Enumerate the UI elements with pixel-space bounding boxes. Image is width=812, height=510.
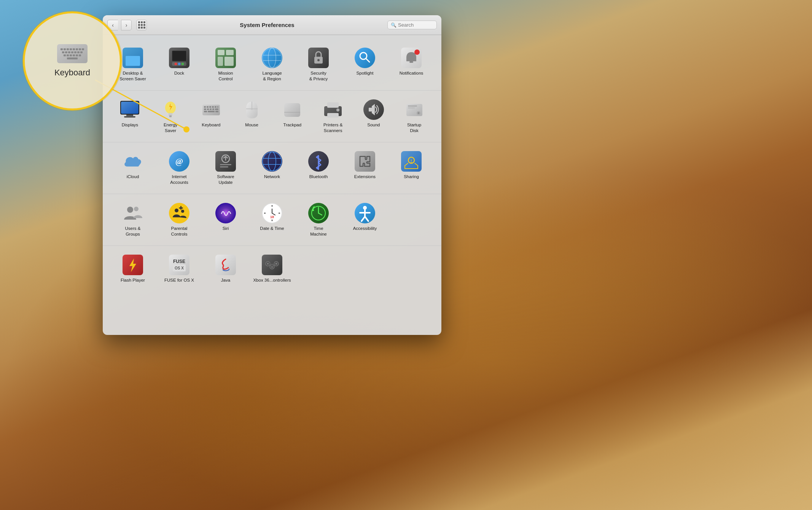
desktop-screensaver-label: Desktop &Screen Saver — [119, 70, 146, 82]
pref-xbox-controllers[interactable]: Xbox 36...ontrollers — [250, 250, 295, 287]
internet-accounts-icon: @ — [169, 151, 189, 172]
svg-rect-30 — [126, 115, 133, 116]
pref-users-groups[interactable]: Users &Groups — [110, 199, 155, 241]
svg-rect-47 — [204, 111, 207, 112]
svg-text:!: ! — [411, 159, 412, 163]
parental-controls-label: ParentalControls — [171, 226, 188, 237]
svg-rect-55 — [327, 102, 339, 108]
pref-extensions[interactable]: Extensions — [342, 147, 387, 189]
accessibility-icon — [355, 203, 375, 223]
security-privacy-icon — [308, 48, 329, 68]
svg-rect-45 — [212, 108, 214, 110]
svg-point-86 — [175, 209, 178, 212]
svg-point-62 — [418, 112, 419, 114]
pref-notifications[interactable]: Notifications — [389, 43, 434, 86]
energy-saver-icon — [160, 99, 181, 120]
mission-control-icon — [215, 48, 236, 68]
icloud-label: iCloud — [127, 174, 139, 180]
date-time-icon: 18 — [262, 203, 282, 223]
pref-displays[interactable]: Displays — [110, 95, 150, 137]
icloud-icon — [122, 154, 143, 169]
fuse-osx-icon: FUSE OS X — [169, 255, 189, 275]
mouse-icon — [242, 99, 262, 120]
pref-internet-accounts[interactable]: @ InternetAccounts — [157, 147, 202, 189]
svg-text:18: 18 — [270, 215, 274, 219]
bluetooth-label: Bluetooth — [309, 174, 328, 180]
pref-icloud[interactable]: iCloud — [110, 147, 155, 189]
time-machine-icon — [308, 203, 329, 223]
notifications-label: Notifications — [400, 70, 424, 76]
time-machine-label: TimeMachine — [310, 226, 326, 237]
pref-spotlight[interactable]: Spotlight — [342, 43, 387, 86]
svg-rect-36 — [204, 106, 206, 108]
keyboard-highlight-label: Keyboard — [54, 68, 90, 78]
section-internet: iCloud @ InternetAccounts — [103, 142, 441, 194]
svg-rect-31 — [124, 116, 135, 118]
software-update-label: SoftwareUpdate — [217, 174, 234, 185]
svg-rect-44 — [210, 108, 212, 110]
desktop-screensaver-icon — [123, 48, 143, 68]
pref-mission-control[interactable]: MissionControl — [203, 43, 248, 86]
startup-disk-label: StartupDisk — [407, 122, 421, 134]
svg-rect-89 — [179, 207, 183, 209]
svg-rect-11 — [226, 50, 234, 55]
pref-trackpad[interactable]: Trackpad — [273, 95, 312, 137]
pref-language-region[interactable]: Language& Region — [250, 43, 295, 86]
pref-sharing[interactable]: ! Sharing — [389, 147, 434, 189]
date-time-label: Date & Time — [260, 226, 284, 231]
section-hardware: Displays EnergySaver — [103, 91, 441, 142]
pref-java[interactable]: Java — [203, 250, 248, 287]
svg-rect-37 — [207, 106, 209, 108]
pref-network[interactable]: Network — [250, 147, 295, 189]
network-icon — [262, 151, 282, 172]
pref-date-time[interactable]: 18 Date & Time — [250, 199, 295, 241]
svg-point-87 — [181, 210, 184, 213]
svg-rect-52 — [284, 103, 300, 117]
section-personal: Desktop &Screen Saver Dock — [103, 39, 441, 91]
users-groups-icon — [123, 203, 143, 223]
xbox-controllers-icon — [262, 255, 282, 275]
sharing-icon: ! — [401, 151, 422, 172]
preferences-content: Desktop &Screen Saver Dock — [103, 35, 441, 335]
spotlight-label: Spotlight — [357, 70, 374, 76]
software-update-icon — [215, 151, 236, 172]
pref-energy-saver[interactable]: EnergySaver — [151, 95, 190, 137]
pref-dock[interactable]: Dock — [157, 43, 202, 86]
pref-sound[interactable]: Sound — [354, 95, 393, 137]
printers-scanners-label: Printers &Scanners — [323, 122, 343, 134]
pref-parental-controls[interactable]: ParentalControls — [157, 199, 202, 241]
svg-point-6 — [175, 63, 177, 65]
pref-software-update[interactable]: SoftwareUpdate — [203, 147, 248, 189]
svg-text:OS X: OS X — [175, 266, 184, 270]
pref-time-machine[interactable]: TimeMachine — [296, 199, 341, 241]
svg-rect-59 — [369, 108, 372, 112]
java-label: Java — [221, 277, 230, 283]
forward-button[interactable]: › — [121, 20, 132, 30]
bluetooth-icon — [308, 151, 329, 172]
svg-rect-34 — [169, 115, 172, 117]
svg-point-14 — [262, 48, 282, 68]
pref-siri[interactable]: Siri — [203, 199, 248, 241]
pref-security-privacy[interactable]: Security& Privacy — [296, 43, 341, 86]
pref-printers-scanners[interactable]: Printers &Scanners — [314, 95, 353, 137]
pref-bluetooth[interactable]: Bluetooth — [296, 147, 341, 189]
pref-flash-player[interactable]: Flash Player — [110, 250, 155, 287]
pref-keyboard[interactable]: Keyboard — [192, 95, 231, 137]
grid-view-button[interactable] — [136, 20, 147, 30]
svg-rect-63 — [408, 105, 417, 107]
svg-point-119 — [267, 263, 269, 265]
search-icon: 🔍 — [391, 22, 396, 28]
pref-accessibility[interactable]: Accessibility — [342, 199, 387, 241]
pref-startup-disk[interactable]: StartupDisk — [395, 95, 434, 137]
svg-rect-29 — [121, 102, 139, 114]
flash-player-icon — [123, 255, 143, 275]
search-input[interactable] — [398, 22, 433, 28]
svg-rect-10 — [218, 50, 224, 55]
pref-mouse[interactable]: Mouse — [232, 95, 271, 137]
pref-fuse-osx[interactable]: FUSE OS X FUSE for OS X — [157, 250, 202, 287]
svg-point-22 — [355, 48, 375, 68]
search-box[interactable]: 🔍 — [387, 21, 437, 29]
flash-player-label: Flash Player — [121, 277, 145, 283]
svg-point-72 — [262, 151, 282, 172]
section-other: Flash Player FUSE OS X FUSE for OS X — [103, 246, 441, 292]
